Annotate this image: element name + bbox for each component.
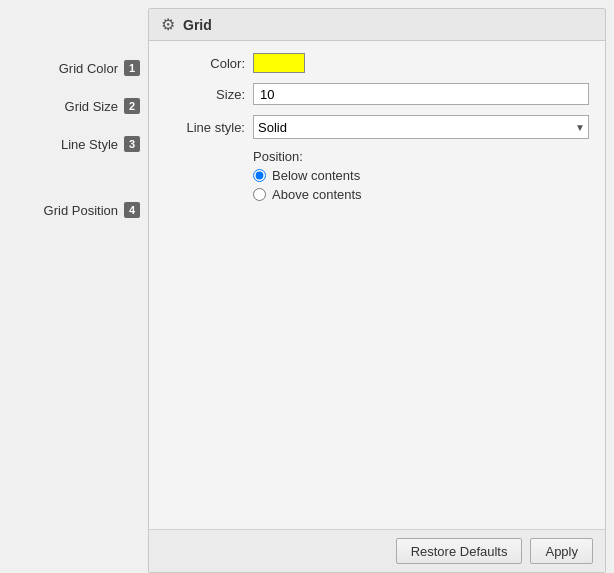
- line-style-field-label: Line style:: [165, 120, 245, 135]
- panel-content: Color: Size: Line style: Solid Dashed Do…: [149, 41, 605, 529]
- position-field-label: Position:: [253, 149, 589, 164]
- panel-title: Grid: [183, 17, 212, 33]
- size-field-label: Size:: [165, 87, 245, 102]
- sidebar-item-position: Grid Position 4: [0, 184, 148, 236]
- above-radio-row: Above contents: [253, 187, 589, 202]
- color-swatch[interactable]: [253, 53, 305, 73]
- panel-header: ⚙ Grid: [149, 9, 605, 41]
- line-style-row: Line style: Solid Dashed Dotted ▼: [165, 115, 589, 139]
- color-row: Color:: [165, 53, 589, 73]
- badge-2: 2: [124, 98, 140, 114]
- sidebar-item-size: Grid Size 2: [0, 90, 148, 122]
- gear-icon: ⚙: [161, 15, 175, 34]
- size-row: Size:: [165, 83, 589, 105]
- grid-position-label: Grid Position: [44, 203, 118, 218]
- main-panel: ⚙ Grid Color: Size: Line style: Solid D: [148, 8, 606, 573]
- position-section: Position: Below contents Above contents: [165, 149, 589, 202]
- color-field-label: Color:: [165, 56, 245, 71]
- apply-button[interactable]: Apply: [530, 538, 593, 564]
- restore-defaults-button[interactable]: Restore Defaults: [396, 538, 523, 564]
- sidebar: Grid Color 1 Grid Size 2 Line Style 3 Gr…: [0, 8, 148, 573]
- below-radio-row: Below contents: [253, 168, 589, 183]
- above-radio-label[interactable]: Above contents: [272, 187, 362, 202]
- line-style-select[interactable]: Solid Dashed Dotted: [253, 115, 589, 139]
- badge-1: 1: [124, 60, 140, 76]
- line-style-select-wrapper: Solid Dashed Dotted ▼: [253, 115, 589, 139]
- badge-3: 3: [124, 136, 140, 152]
- below-radio-label[interactable]: Below contents: [272, 168, 360, 183]
- line-style-label: Line Style: [61, 137, 118, 152]
- panel-footer: Restore Defaults Apply: [149, 529, 605, 572]
- above-radio[interactable]: [253, 188, 266, 201]
- badge-4: 4: [124, 202, 140, 218]
- sidebar-item-color: Grid Color 1: [0, 52, 148, 84]
- grid-size-label: Grid Size: [65, 99, 118, 114]
- grid-color-label: Grid Color: [59, 61, 118, 76]
- size-input[interactable]: [253, 83, 589, 105]
- below-radio[interactable]: [253, 169, 266, 182]
- sidebar-item-linestyle: Line Style 3: [0, 128, 148, 160]
